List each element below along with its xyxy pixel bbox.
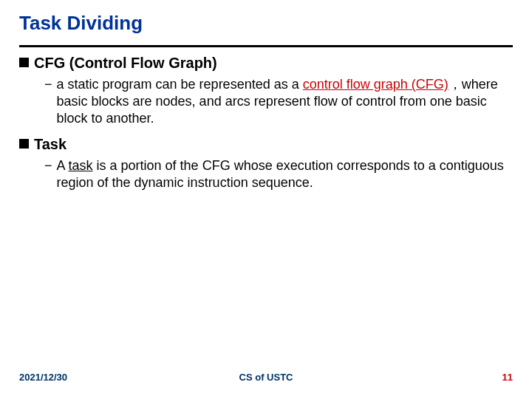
square-bullet-icon bbox=[19, 58, 29, 67]
section-cfg: CFG (Control Flow Graph) − a static prog… bbox=[19, 55, 513, 127]
sub-bullet: − A task is a portion of the CFG whose e… bbox=[44, 157, 513, 191]
sub-text: a static program can be represented as a… bbox=[57, 76, 513, 127]
dash-icon: − bbox=[44, 157, 52, 174]
slide: Task Dividing CFG (Control Flow Graph) −… bbox=[0, 0, 532, 399]
title-rule bbox=[19, 45, 513, 47]
page-title: Task Dividing bbox=[19, 12, 513, 41]
sub-prefix: a static program can be represented as a bbox=[57, 77, 303, 92]
footer: 2021/12/30 CS of USTC 11 bbox=[0, 372, 532, 383]
highlight-task: task bbox=[69, 158, 93, 173]
footer-page: 11 bbox=[502, 372, 513, 383]
highlight-cfg: control flow graph (CFG) bbox=[303, 77, 449, 92]
section-heading: CFG (Control Flow Graph) bbox=[34, 55, 217, 72]
dash-icon: − bbox=[44, 76, 52, 93]
bullet-row: CFG (Control Flow Graph) bbox=[19, 55, 513, 72]
comma: ， bbox=[449, 77, 462, 92]
section-task: Task − A task is a portion of the CFG wh… bbox=[19, 136, 513, 191]
footer-date: 2021/12/30 bbox=[19, 372, 67, 383]
section-heading: Task bbox=[34, 136, 66, 153]
sub-text: A task is a portion of the CFG whose exe… bbox=[57, 157, 513, 191]
footer-center: CS of USTC bbox=[239, 372, 293, 383]
square-bullet-icon bbox=[19, 139, 29, 149]
bullet-row: Task bbox=[19, 136, 513, 153]
sub-suffix: is a portion of the CFG whose execution … bbox=[57, 158, 504, 190]
sub-prefix: A bbox=[57, 158, 69, 173]
sub-bullet: − a static program can be represented as… bbox=[44, 76, 513, 127]
